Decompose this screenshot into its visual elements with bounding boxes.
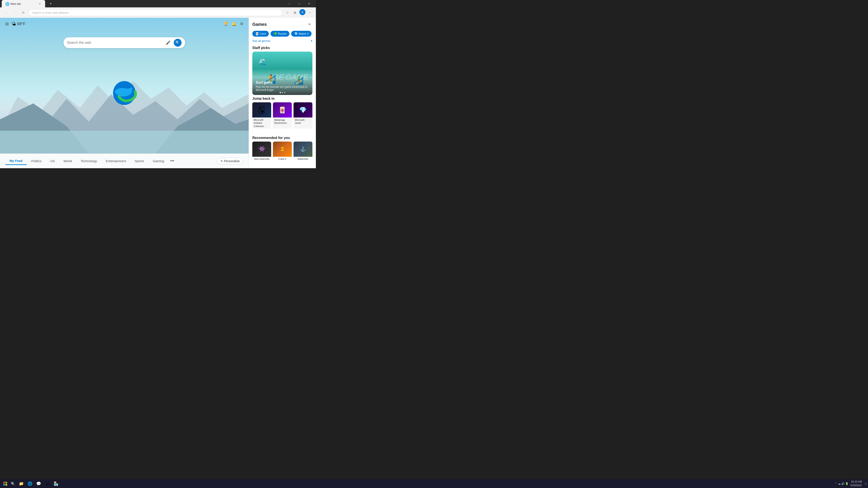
rec-card-battleship[interactable]: ⚓ Battleship xyxy=(293,141,312,161)
feed-tab-sports[interactable]: Sports xyxy=(130,157,148,165)
close-window-button[interactable]: ✕ xyxy=(304,0,314,7)
refresh-button[interactable]: ↻ xyxy=(20,9,27,16)
tab-favicon: 🌐 xyxy=(5,2,9,5)
jbi-dot-3 xyxy=(284,131,285,132)
personalize-button[interactable]: ✎ Personalize xyxy=(217,158,243,164)
jump-back-in-title: Jump back in xyxy=(249,95,316,102)
dot-1 xyxy=(280,92,281,93)
feed-tab-gaming[interactable]: Gaming xyxy=(148,157,168,165)
panel-title: Games xyxy=(252,22,306,27)
atari-name: Atari Asteroids xyxy=(252,157,271,161)
ntp-settings-icon[interactable]: ⚙ xyxy=(240,22,243,26)
genre-tab-puzzle[interactable]: 🧩 Puzzle xyxy=(271,31,289,37)
jump-back-in-grid: 🂮 Microsoft Solitaire Collection 🀄 Mahjo… xyxy=(249,102,316,130)
staff-picks-title: Staff picks xyxy=(249,44,316,52)
cubis-name: Cubis 2 xyxy=(273,157,292,161)
solitaire-name: Microsoft Solitaire Collection xyxy=(252,118,271,129)
recommended-grid: 👾 Atari Asteroids 2 Cubis 2 ⚓ Battleship xyxy=(249,141,316,165)
back-button[interactable]: ‹ xyxy=(3,9,9,16)
jump-back-in-dots xyxy=(249,130,316,134)
game-card-solitaire[interactable]: 🂮 Microsoft Solitaire Collection xyxy=(252,102,271,129)
feed-tab-entertainment[interactable]: Entertainment xyxy=(101,157,130,165)
game-card-jewel[interactable]: 💎 Microsoft Jewel xyxy=(293,102,312,129)
staff-pick-card[interactable]: BE GAME 🏄 🏄‍♂️ 🌊 Surf game Play the fan-… xyxy=(252,52,312,95)
address-input[interactable]: Search or enter web address xyxy=(29,9,282,16)
address-placeholder: Search or enter web address xyxy=(32,11,68,14)
feed-tab-world[interactable]: World xyxy=(59,157,76,165)
panel-header: Games ✕ xyxy=(249,18,316,29)
genre-tabs: 🃏 Card 🧩 Puzzle 💎 Match 3 xyxy=(249,29,316,38)
search-input[interactable] xyxy=(67,41,162,45)
chevron-down-icon: ▾ xyxy=(311,39,312,42)
collections-icon[interactable]: ⊞ xyxy=(291,9,299,16)
dot-3 xyxy=(284,92,285,93)
window-controls: ─ □ ✕ xyxy=(284,0,314,7)
profile-icon[interactable]: A xyxy=(299,9,306,15)
tab-close-button[interactable]: ✕ xyxy=(38,2,42,6)
settings-icon[interactable]: ⋯ xyxy=(306,9,313,16)
match3-icon: 💎 xyxy=(294,32,298,35)
panel-close-button[interactable]: ✕ xyxy=(306,21,312,27)
address-bar: ‹ › ↻ Search or enter web address ☆ ⊞ A … xyxy=(0,7,316,18)
rec-card-atari[interactable]: 👾 Atari Asteroids xyxy=(252,141,271,161)
main-content: ⊞ 🌤 68°F 🏆 🔔 ⚙ 🎤 🔍 xyxy=(0,18,316,168)
browser-tab[interactable]: 🌐 New tab ✕ xyxy=(2,0,45,7)
staff-pick-dots xyxy=(280,92,285,93)
search-button[interactable]: 🔍 xyxy=(174,39,182,46)
game-card-mahjong[interactable]: 🀄 Mahjongg Dimensions xyxy=(273,102,292,129)
title-bar: 🌐 New tab ✕ + ─ □ ✕ xyxy=(0,0,316,7)
weather-temp: 68°F xyxy=(17,22,25,26)
ntp-actions: 🏆 🔔 ⚙ xyxy=(223,22,243,26)
minimize-button[interactable]: ─ xyxy=(284,0,294,7)
feed-tab-politics[interactable]: Politics xyxy=(27,157,46,165)
weather-icon: 🌤 xyxy=(11,22,16,27)
wave-icon: 🌊 xyxy=(259,58,267,66)
feed-bar: My Feed Politics US World Technology Ent… xyxy=(0,154,249,168)
staff-pick-game-title: Surf game xyxy=(256,80,309,85)
rec-card-cubis[interactable]: 2 Cubis 2 xyxy=(273,141,292,161)
puzzle-icon: 🧩 xyxy=(274,32,277,35)
atari-thumbnail: 👾 xyxy=(252,141,271,157)
genre-tab-match3[interactable]: 💎 Match 3 xyxy=(291,31,312,37)
mahjong-thumbnail: 🀄 xyxy=(273,102,292,118)
feed-more-button[interactable]: ••• xyxy=(168,157,176,165)
feed-tab-myfeed[interactable]: My Feed xyxy=(5,157,27,165)
jbi-dot-2 xyxy=(282,131,283,132)
tab-title: New tab xyxy=(10,2,36,5)
new-tab-button[interactable]: + xyxy=(48,1,54,7)
new-tab-page: ⊞ 🌤 68°F 🏆 🔔 ⚙ 🎤 🔍 xyxy=(0,18,249,168)
apps-grid-icon[interactable]: ⊞ xyxy=(5,21,9,27)
weather-widget[interactable]: 🌤 68°F xyxy=(11,22,25,27)
jewel-thumbnail: 💎 xyxy=(293,102,312,118)
svg-rect-4 xyxy=(0,131,249,154)
jbi-dot-1 xyxy=(280,131,281,132)
edge-logo xyxy=(109,77,140,109)
address-icons: ☆ ⊞ A ⋯ xyxy=(284,9,313,16)
cubis-thumbnail: 2 xyxy=(273,141,292,157)
forward-button[interactable]: › xyxy=(11,9,18,16)
battleship-thumbnail: ⚓ xyxy=(293,141,312,157)
feed-tab-us[interactable]: US xyxy=(46,157,59,165)
search-container: 🎤 🔍 xyxy=(64,37,185,48)
favorites-icon[interactable]: ☆ xyxy=(284,9,291,16)
voice-search-button[interactable]: 🎤 xyxy=(164,39,172,46)
games-panel: Games ✕ 🃏 Card 🧩 Puzzle 💎 Match 3 See al… xyxy=(249,18,316,168)
solitaire-thumbnail: 🂮 xyxy=(252,102,271,118)
notifications-icon[interactable]: 🔔 xyxy=(232,22,237,26)
dot-2 xyxy=(282,92,283,93)
ntp-top-bar: ⊞ 🌤 68°F 🏆 🔔 ⚙ xyxy=(0,21,249,27)
recommended-title: Recommended for you xyxy=(249,134,316,141)
see-all-genres[interactable]: See all genres ▾ xyxy=(249,38,316,44)
staff-pick-game-desc: Play the fan-favorite surf game exclusiv… xyxy=(256,86,309,92)
jewel-name: Microsoft Jewel xyxy=(293,118,312,126)
rewards-icon[interactable]: 🏆 xyxy=(223,22,228,26)
genre-tab-card[interactable]: 🃏 Card xyxy=(252,31,269,37)
maximize-button[interactable]: □ xyxy=(294,0,304,7)
card-icon: 🃏 xyxy=(255,32,259,35)
battleship-name: Battleship xyxy=(293,157,312,161)
mahjong-name: Mahjongg Dimensions xyxy=(273,118,292,126)
search-bar: 🎤 🔍 xyxy=(64,37,185,48)
feed-tab-technology[interactable]: Technology xyxy=(76,157,101,165)
